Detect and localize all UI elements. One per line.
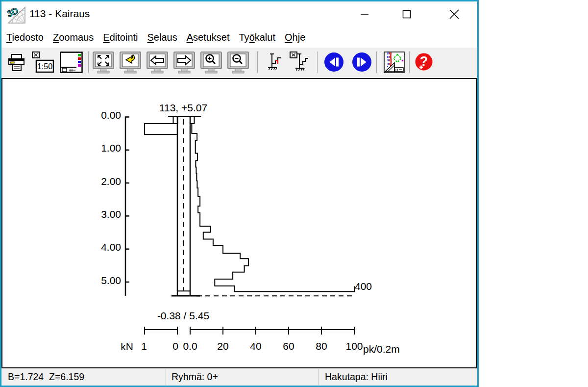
scale-button[interactable]: 1:50 <box>32 52 54 75</box>
fit-to-screen-icon <box>92 51 115 74</box>
close-icon <box>448 8 461 21</box>
minimize-icon <box>359 9 370 20</box>
page-layout-button[interactable] <box>60 52 83 75</box>
scale-1-50-icon: 1:50 <box>32 52 54 73</box>
status-search-mode: Hakutapa: Hiiri <box>325 371 388 383</box>
ground-surface-symbol <box>168 117 201 124</box>
resistance-profile <box>192 124 354 292</box>
pan-button[interactable] <box>119 51 142 76</box>
diagram-title: 113, +5.07 <box>159 102 207 113</box>
depth-tick-label: 5.00 <box>101 275 121 286</box>
pk-axis-unit: pk/0.2m <box>363 343 400 355</box>
menu-item-tyokalut[interactable]: Työkalut <box>239 32 276 43</box>
maximize-button[interactable] <box>395 4 418 25</box>
load-bar <box>145 124 177 134</box>
window-title: 113 - Kairaus <box>29 8 90 20</box>
zoom-out-button[interactable] <box>227 51 249 76</box>
arrow-left-icon <box>146 51 169 74</box>
depth-tick-label: 1.00 <box>101 142 121 154</box>
application-window: 3D 113 - Kairaus TiedostoZoomausEditoint… <box>0 0 479 387</box>
map-view-icon <box>384 52 405 73</box>
help-button[interactable]: ? <box>415 52 433 73</box>
menu-item-asetukset[interactable]: Asetukset <box>187 32 230 43</box>
status-separator <box>318 369 319 385</box>
zoom-in-icon <box>200 51 222 74</box>
drawing-canvas[interactable]: 0.001.002.003.004.005.00113, +5.07400-0.… <box>1 78 477 368</box>
sounding-diagram-select-button[interactable] <box>290 52 312 76</box>
status-bar: B=1.724 Z=6.159 Ryhmä: 0+ Hakutapa: Hiir… <box>1 368 477 386</box>
scroll-right-button[interactable] <box>173 51 196 76</box>
toolbar-separator <box>257 52 258 73</box>
menu-item-zoomaus[interactable]: Zoomaus <box>53 32 94 43</box>
toolbar-separator <box>376 52 377 73</box>
pk-tick-label: 0.0 <box>183 340 197 352</box>
scale-icon-label: 1:50 <box>37 62 52 71</box>
next-point-button[interactable] <box>351 52 372 75</box>
fit-to-screen-button[interactable] <box>92 51 115 76</box>
pan-icon <box>119 51 142 74</box>
sounding-diagram: 0.001.002.003.004.005.00113, +5.07400-0.… <box>2 79 476 367</box>
page-layout-icon <box>60 52 83 73</box>
depth-tick-label: 2.00 <box>101 176 121 187</box>
close-button[interactable] <box>443 4 466 25</box>
depth-tick-label: 4.00 <box>101 241 121 253</box>
sounding-diagram-select-icon <box>290 52 312 74</box>
map-view-button[interactable] <box>384 52 405 75</box>
minimize-button[interactable] <box>353 4 376 25</box>
sounding-diagram-icon <box>267 52 284 74</box>
scroll-left-button[interactable] <box>146 51 169 76</box>
help-icon: ? <box>415 52 433 71</box>
title-bar: 3D 113 - Kairaus <box>1 1 477 27</box>
previous-icon <box>323 52 344 73</box>
previous-point-button[interactable] <box>323 52 344 75</box>
sounding-diagram-button[interactable] <box>267 52 284 76</box>
zoom-in-button[interactable] <box>200 51 222 76</box>
next-icon <box>351 52 372 73</box>
depth-tick-label: 0.00 <box>101 109 121 121</box>
arrow-right-icon <box>173 51 196 74</box>
overrange-label: 400 <box>355 281 372 292</box>
status-coordinates: B=1.724 Z=6.159 <box>8 371 84 383</box>
depth-axis: 0.001.002.003.004.005.00 <box>101 109 129 296</box>
kn-tick-label: 0 <box>172 340 178 352</box>
pk-tick-label: 80 <box>316 340 327 352</box>
pk-axis: 0.020406080100pk/0.2m <box>183 327 399 355</box>
depth-range-label: -0.38 / 5.45 <box>157 310 209 321</box>
menu-item-editointi[interactable]: Editointi <box>103 32 138 43</box>
menu-item-ohje[interactable]: Ohje <box>285 32 305 43</box>
app-logo-icon: 3D <box>7 4 26 25</box>
status-group: Ryhmä: 0+ <box>172 371 218 383</box>
kn-axis-unit: kN <box>121 341 133 352</box>
pk-tick-label: 40 <box>250 340 261 352</box>
toolbar: 1:50 <box>1 48 477 78</box>
menu-item-tiedosto[interactable]: Tiedosto <box>6 32 44 43</box>
status-separator <box>166 369 166 385</box>
zoom-out-icon <box>227 51 249 74</box>
pk-tick-label: 100 <box>345 340 363 352</box>
print-button[interactable] <box>7 53 26 74</box>
kn-axis: 10kN <box>121 327 178 352</box>
pk-tick-label: 60 <box>283 340 294 352</box>
pk-tick-label: 20 <box>217 340 228 352</box>
print-icon <box>7 53 26 72</box>
toolbar-separator <box>317 52 318 73</box>
maximize-icon <box>401 9 412 20</box>
toolbar-separator <box>409 52 410 73</box>
toolbar-separator <box>88 52 89 73</box>
depth-tick-label: 3.00 <box>101 208 121 220</box>
menu-item-selaus[interactable]: Selaus <box>147 32 177 43</box>
menu-bar: TiedostoZoomausEditointiSelausAsetuksetT… <box>1 27 477 48</box>
kn-tick-label: 1 <box>141 340 147 352</box>
